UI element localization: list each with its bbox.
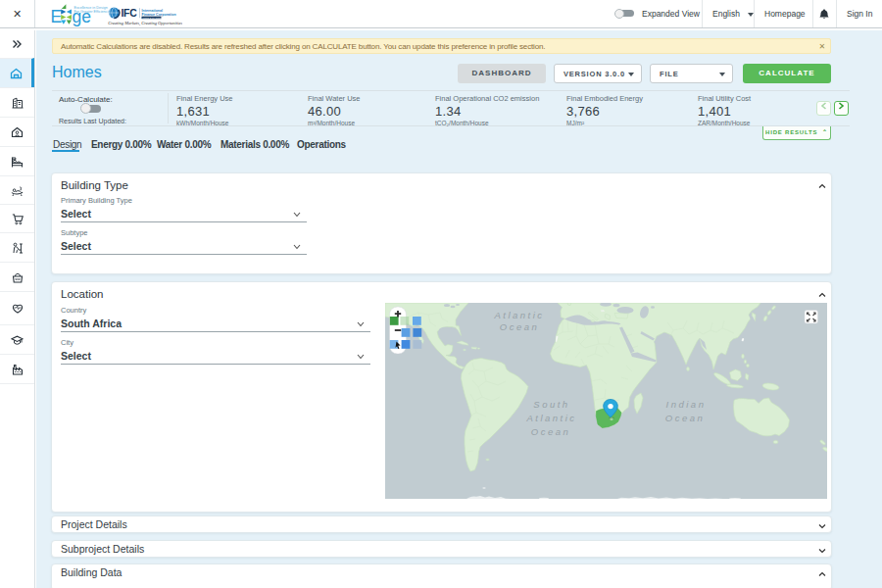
svg-text:Ocean: Ocean [500,321,540,332]
svg-text:Ocean: Ocean [531,426,571,437]
svg-text:For Greater Efficiencies: For Greater Efficiencies [74,10,113,14]
svg-text:Creating Markets, Creating Opp: Creating Markets, Creating Opportunities [108,21,182,26]
svg-text:Atlantic: Atlantic [525,413,576,423]
svg-text:E: E [51,7,62,26]
svg-text:Ocean: Ocean [665,413,706,423]
svg-text:South: South [533,399,569,410]
svg-text:Excellence in Design: Excellence in Design [74,6,108,10]
svg-text:IFC: IFC [122,7,138,19]
svg-text:Atlantic: Atlantic [493,310,544,320]
svg-text:WORLD BANK GROUP: WORLD BANK GROUP [142,17,163,19]
svg-text:Indian: Indian [666,399,707,410]
